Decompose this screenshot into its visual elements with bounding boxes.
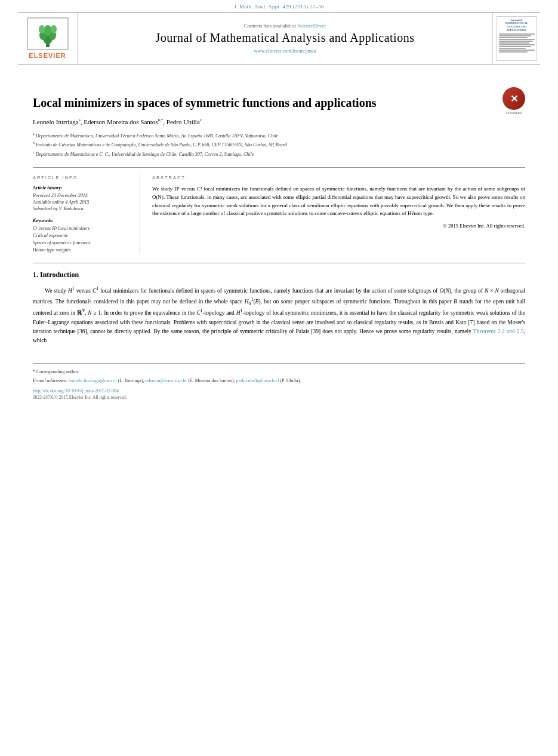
copyright-text: © 2015 Elsevier Inc. All rights reserved… (152, 223, 525, 229)
keyword-2: Critical exponents (33, 232, 131, 239)
journal-title: Journal of Mathematical Analysis and App… (156, 31, 415, 45)
history-title: Article history: (33, 185, 131, 190)
affiliation-c: c Departamento de Matemáticas e C. C., U… (33, 150, 525, 158)
svg-point-4 (44, 25, 52, 36)
received-date: Received 23 December 2014 (33, 192, 131, 199)
article-history: Article history: Received 23 December 20… (33, 185, 131, 213)
keyword-1: C¹ versus H¹ local minimizers (33, 225, 131, 232)
article-info-column: ARTICLE INFO Article history: Received 2… (33, 175, 140, 254)
keywords-section: Keywords: C¹ versus H¹ local minimizers … (33, 218, 131, 254)
crossmark-icon: ✕ (510, 93, 518, 105)
keywords-title: Keywords: (33, 218, 131, 223)
author-santos: Ederson Moreira dos Santos (84, 118, 158, 125)
svg-point-6 (51, 25, 57, 33)
sciencedirect-link[interactable]: ScienceDirect (297, 23, 326, 29)
crossmark-label: CrossMark (502, 111, 525, 115)
email-addresses: E-mail addresses: leonelo.iturriaga@usm.… (33, 377, 525, 385)
sciencedirect-line: Contents lists available at ScienceDirec… (244, 23, 326, 29)
main-content: Local minimizers in spaces of symmetric … (0, 64, 558, 412)
journal-url[interactable]: www.elsevier.com/locate/jmaa (254, 48, 316, 54)
affiliation-a: a Departamento de Matemática, Universida… (33, 131, 525, 140)
affiliations: a Departamento de Matemática, Universida… (33, 131, 525, 158)
doi-link[interactable]: http://dx.doi.org/10.1016/j.jmaa.2015.03… (33, 388, 525, 394)
elsevier-logo-section: ELSEVIER (18, 13, 78, 64)
journal-header: ELSEVIER Contents lists available at Sci… (18, 12, 540, 64)
authors-line: Leonelo Iturriagaa, Ederson Moreira dos … (33, 118, 525, 125)
crossmark-badge[interactable]: ✕ (502, 87, 525, 110)
svg-point-5 (39, 25, 45, 33)
article-info-label: ARTICLE INFO (33, 175, 131, 180)
section-title: 1. Introduction (33, 271, 525, 279)
abstract-label: ABSTRACT (152, 175, 525, 180)
intro-paragraph-1: We study H1 versus C1 local minimizers f… (33, 285, 525, 345)
elsevier-text: ELSEVIER (29, 52, 66, 59)
keyword-3: Spaces of symmetric functions (33, 239, 131, 247)
corresponding-author-note: * Corresponding author. (33, 368, 525, 376)
email-iturriaga[interactable]: leonelo.iturriaga@usm.cl (69, 378, 117, 383)
abstract-text: We study H¹ versus C¹ local minimizers f… (152, 185, 525, 219)
footnote-section: * Corresponding author. E-mail addresses… (33, 363, 525, 400)
author-ubilla: Pedro Ubilla (167, 118, 200, 125)
submitted-by: Submitted by V. Radulescu (33, 205, 131, 212)
email-ubilla[interactable]: pedro.ubilla@usach.cl (236, 378, 279, 383)
journal-title-section: Contents lists available at ScienceDirec… (78, 13, 492, 64)
introduction-section: 1. Introduction We study H1 versus C1 lo… (33, 263, 525, 345)
keyword-4: Hénon type weights (33, 247, 131, 254)
journal-reference: J. Math. Anal. Appl. 429 (2015) 27–56 (0, 0, 558, 12)
issn-text: 0022-247X/© 2015 Elsevier Inc. All right… (33, 395, 525, 400)
author-iturriaga: Leonelo Iturriaga (33, 118, 79, 125)
article-info-abstract: ARTICLE INFO Article history: Received 2… (33, 167, 525, 254)
theorems-link[interactable]: Theorems 2.2 and 2.5 (473, 328, 524, 334)
article-title: Local minimizers in spaces of symmetric … (33, 95, 377, 110)
journal-thumbnail: Journal ofMATHEMATICALANALYSIS ANDAPPLIC… (492, 13, 540, 64)
available-date: Available online 4 April 2015 (33, 199, 131, 205)
email-santos[interactable]: ederson@icmc.usp.br (146, 378, 187, 383)
affiliation-b: b Instituto de Ciências Matemáticas e de… (33, 140, 525, 149)
elsevier-emblem-icon (27, 17, 69, 50)
abstract-column: ABSTRACT We study H¹ versus C¹ local min… (152, 175, 525, 254)
